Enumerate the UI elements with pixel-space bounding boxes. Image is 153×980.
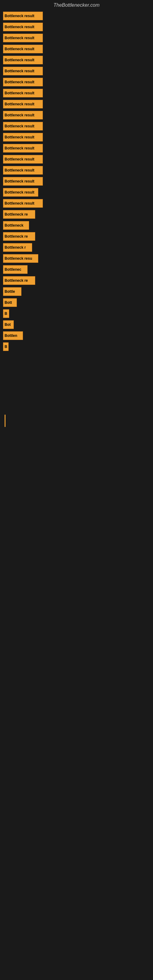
bar-row: Bottleneck result [3,177,150,186]
bar-label: B [5,312,7,316]
bar-row: B [3,309,150,318]
bar-row: Bottleneck result [3,56,150,64]
bar-label: Bottleneck result [5,91,34,95]
bar-label: Bottleneck result [5,69,34,73]
result-bar: B [3,309,9,318]
bar-row: Bottleneck result [3,34,150,42]
result-bar: Bottle [3,287,21,296]
bar-label: Bottleneck re [5,234,28,239]
bar-row: Bottleneck result [3,23,150,31]
result-bar: Bottlen [3,331,23,340]
bar-label: B [5,345,7,349]
result-bar: Bott [3,298,17,307]
bar-row: Bottleneck [3,221,150,230]
bar-label: Bottleneck result [5,157,34,161]
bar-label: Bottleneck result [5,102,34,106]
result-bar: Bottleneck result [3,100,43,108]
thin-bar [5,415,5,427]
bar-row: Bottleneck result [3,78,150,86]
bar-row: Bott [3,298,150,307]
result-bar: Bottleneck result [3,89,43,97]
bar-row: Bottleneck result [3,166,150,175]
result-bar: Bottleneck result [3,12,43,20]
bar-label: Bottleneck result [5,146,34,150]
bar-row: Bottle [3,287,150,296]
bar-label: Bottleneck r [5,245,26,250]
result-bar: Bottleneck result [3,78,43,86]
bar-row: Bottleneck re [3,210,150,219]
bar-row: Bottleneck result [3,188,150,197]
result-bar: Bottleneck result [3,34,43,42]
bars-container: Bottleneck resultBottleneck resultBottle… [0,12,153,353]
result-bar: Bottlenec [3,265,27,274]
result-bar: Bottleneck result [3,56,43,64]
bar-row: Bottleneck result [3,111,150,119]
result-bar: Bottleneck result [3,45,43,53]
bar-label: Bottleneck result [5,168,34,172]
bar-label: Bottleneck result [5,25,34,29]
bar-row: Bottleneck result [3,100,150,108]
bar-row: Bottlen [3,331,150,340]
bar-row: Bottleneck result [3,144,150,153]
bar-label: Bottleneck [5,223,23,228]
result-bar: Bot [3,320,14,329]
bar-label: Bottlenec [5,267,21,272]
bar-row: Bottleneck result [3,45,150,53]
bar-row: Bottlenec [3,265,150,274]
bar-label: Bottleneck result [5,124,34,128]
bar-row: Bottleneck result [3,199,150,208]
bar-label: Bottleneck result [5,135,34,139]
bar-label: Bott [5,301,12,305]
site-title: TheBottlenecker.com [0,0,153,12]
bar-label: Bottleneck re [5,212,28,216]
bar-label: Bottle [5,290,15,294]
bar-label: Bottleneck result [5,179,34,183]
result-bar: Bottleneck resu [3,254,38,263]
bar-row: Bottleneck result [3,122,150,130]
bar-label: Bottleneck result [5,113,34,117]
result-bar: Bottleneck result [3,122,43,130]
result-bar: Bottleneck result [3,111,43,119]
bar-label: Bottleneck re [5,278,28,283]
bar-label: Bottleneck result [5,58,34,62]
bar-row: B [3,342,150,351]
result-bar: Bottleneck result [3,23,43,31]
bar-label: Bottleneck result [5,190,34,194]
bar-label: Bottlen [5,334,17,338]
result-bar: Bottleneck [3,221,29,230]
result-bar: Bottleneck re [3,232,35,241]
result-bar: Bottleneck result [3,166,43,175]
bar-row: Bottleneck re [3,232,150,241]
bar-label: Bottleneck result [5,80,34,84]
result-bar: Bottleneck result [3,133,43,142]
bar-label: Bottleneck result [5,47,34,51]
result-bar: Bottleneck result [3,155,43,164]
bar-row: Bottleneck r [3,243,150,252]
result-bar: Bottleneck result [3,188,38,197]
result-bar: Bottleneck r [3,243,32,252]
result-bar: Bottleneck re [3,276,35,285]
bar-row: Bottleneck result [3,155,150,164]
bar-label: Bottleneck result [5,201,34,205]
result-bar: Bottleneck result [3,199,43,208]
bar-label: Bottleneck result [5,36,34,40]
result-bar: B [3,342,9,351]
bar-label: Bottleneck result [5,14,34,18]
bar-label: Bot [5,323,11,327]
extra-bottom [0,415,153,427]
bar-row: Bottleneck re [3,276,150,285]
bar-row: Bottleneck result [3,133,150,142]
bar-row: Bottleneck result [3,89,150,97]
result-bar: Bottleneck re [3,210,35,219]
bar-row: Bottleneck result [3,67,150,75]
bar-row: Bot [3,320,150,329]
result-bar: Bottleneck result [3,177,43,186]
result-bar: Bottleneck result [3,67,43,75]
bar-row: Bottleneck result [3,12,150,20]
result-bar: Bottleneck result [3,144,43,153]
bar-label: Bottleneck resu [5,256,32,261]
bar-row: Bottleneck resu [3,254,150,263]
